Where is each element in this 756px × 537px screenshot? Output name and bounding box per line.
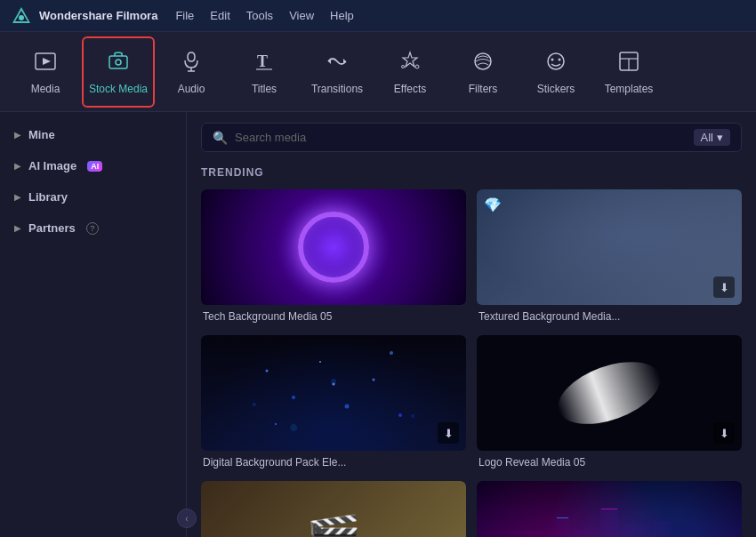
search-filter-dropdown[interactable]: All ▾ <box>694 129 730 146</box>
svg-marker-4 <box>43 58 51 65</box>
audio-label: Audio <box>178 83 205 95</box>
sidebar-item-mine[interactable]: ▶ Mine <box>0 119 186 150</box>
menu-view[interactable]: View <box>289 9 314 22</box>
menu-tools[interactable]: Tools <box>246 9 273 22</box>
app-logo: Wondershare Filmora <box>11 5 157 27</box>
toolbar-audio[interactable]: Audio <box>155 36 228 108</box>
toolbar-stock-media[interactable]: Stock Media <box>82 36 155 108</box>
media-label-textured-bg: Textured Background Media... <box>477 305 742 325</box>
spotlight-effect <box>550 349 668 436</box>
media-card-logo-reveal[interactable]: ⬇ Logo Reveal Media 05 <box>477 335 742 470</box>
toolbar-transitions[interactable]: Transitions <box>301 36 374 108</box>
search-icon: 🔍 <box>213 131 228 145</box>
search-bar: 🔍 All ▾ <box>201 123 742 152</box>
filters-icon <box>470 49 495 77</box>
toolbar-titles[interactable]: T Titles <box>228 36 301 108</box>
menu-items: File Edit Tools View Help <box>175 9 353 22</box>
transitions-icon <box>325 49 350 77</box>
partners-help-icon: ? <box>86 222 99 235</box>
templates-icon <box>616 49 641 77</box>
toolbar-templates[interactable]: Templates <box>592 36 665 108</box>
menu-bar: Wondershare Filmora File Edit Tools View… <box>0 0 756 32</box>
download-icon-logo: ⬇ <box>713 422 735 444</box>
stock-media-label: Stock Media <box>89 83 148 95</box>
ai-image-chevron-icon: ▶ <box>14 161 21 171</box>
toolbar-filters[interactable]: Filters <box>446 36 519 108</box>
titles-icon: T <box>252 49 277 77</box>
media-card-textured-bg[interactable]: 💎 ⬇ Textured Background Media... <box>477 189 742 325</box>
svg-point-24 <box>319 361 321 363</box>
media-thumb-neon-city <box>477 481 742 537</box>
media-card-digital-bg[interactable]: ⬇ Digital Background Pack Ele... <box>201 335 466 470</box>
partners-chevron-icon: ▶ <box>14 223 21 233</box>
svg-text:T: T <box>257 52 268 70</box>
svg-rect-35 <box>623 525 649 537</box>
svg-point-18 <box>559 58 561 60</box>
library-label: Library <box>28 190 68 204</box>
toolbar-stickers[interactable]: Stickers <box>519 36 592 108</box>
svg-rect-36 <box>654 521 672 537</box>
sidebar-item-library[interactable]: ▶ Library <box>0 181 186 212</box>
media-label-digital-bg: Digital Background Pack Ele... <box>201 451 466 470</box>
sidebar-collapse-button[interactable]: ‹ <box>177 509 197 528</box>
svg-point-22 <box>266 370 269 373</box>
ai-image-label: AI Image <box>28 159 76 172</box>
media-card-neon-city[interactable] <box>477 481 742 537</box>
menu-edit[interactable]: Edit <box>210 9 229 22</box>
sidebar-item-partners[interactable]: ▶ Partners ? <box>0 212 186 244</box>
stickers-label: Stickers <box>537 83 575 95</box>
download-icon-textured: ⬇ <box>713 277 735 298</box>
search-input[interactable] <box>235 131 687 144</box>
svg-point-14 <box>402 65 405 68</box>
neon-city-svg <box>477 481 742 537</box>
partners-label: Partners <box>28 221 76 235</box>
media-thumb-tech-bg <box>201 189 466 305</box>
mine-label: Mine <box>28 128 55 141</box>
media-label: Media <box>31 83 60 95</box>
transitions-label: Transitions <box>311 83 363 95</box>
effects-label: Effects <box>394 83 426 95</box>
svg-point-29 <box>390 351 393 355</box>
svg-rect-32 <box>556 517 569 537</box>
clapboard-icon: 🎬 <box>306 513 361 537</box>
app-name: Wondershare Filmora <box>39 9 157 22</box>
search-filter-label: All <box>701 131 713 144</box>
tech-ring <box>298 212 369 283</box>
mine-chevron-icon: ▶ <box>14 130 21 140</box>
svg-point-2 <box>19 15 24 20</box>
svg-point-13 <box>415 65 419 68</box>
menu-file[interactable]: File <box>175 9 194 22</box>
media-thumb-logo-reveal: ⬇ <box>477 335 742 451</box>
audio-icon <box>179 49 204 77</box>
media-icon <box>33 49 58 77</box>
app-logo-icon <box>11 5 32 27</box>
titles-label: Titles <box>252 83 277 95</box>
svg-point-30 <box>333 383 335 386</box>
main-layout: ▶ Mine ▶ AI Image AI ▶ Library ▶ Partner… <box>0 112 756 537</box>
svg-point-27 <box>398 413 402 417</box>
search-filter-chevron-icon: ▾ <box>717 131 723 144</box>
filters-label: Filters <box>469 83 498 95</box>
svg-rect-39 <box>557 517 568 518</box>
svg-point-25 <box>345 405 350 409</box>
digital-particles <box>201 335 466 451</box>
svg-point-26 <box>373 379 375 381</box>
media-card-film[interactable]: 🎬 <box>201 481 466 537</box>
svg-rect-34 <box>600 508 618 537</box>
svg-rect-5 <box>109 56 127 68</box>
stock-media-icon <box>106 49 131 77</box>
toolbar-media[interactable]: Media <box>9 36 82 108</box>
svg-point-16 <box>548 53 564 69</box>
media-card-tech-bg[interactable]: Tech Background Media 05 <box>201 189 466 325</box>
sidebar-item-ai-image[interactable]: ▶ AI Image AI <box>0 150 186 181</box>
library-chevron-icon: ▶ <box>14 192 21 202</box>
media-thumb-film: 🎬 <box>201 481 466 537</box>
content-area: 🔍 All ▾ TRENDING Tech Background Media 0… <box>187 112 756 537</box>
toolbar: Media Stock Media Audio T <box>0 32 756 112</box>
svg-point-23 <box>292 396 295 399</box>
toolbar-effects[interactable]: Effects <box>374 36 446 108</box>
media-thumb-digital-bg: ⬇ <box>201 335 466 451</box>
ai-badge: AI <box>87 161 102 172</box>
menu-help[interactable]: Help <box>330 9 354 22</box>
media-label-logo-reveal: Logo Reveal Media 05 <box>477 451 742 470</box>
